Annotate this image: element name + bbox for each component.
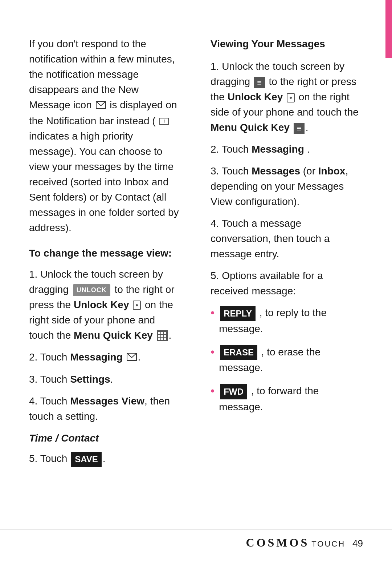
right-column: Viewing Your Messages 1. Unlock the touc… — [207, 36, 363, 472]
menu-quick-key-icon-left — [157, 330, 168, 341]
unlock-badge-left: UNLOCK — [73, 284, 110, 296]
right-step-4: 4. Touch a message conversation, then to… — [211, 216, 363, 262]
unlock-key-icon-right — [287, 93, 295, 102]
left-step-5: 5. Touch SAVE. — [29, 451, 181, 467]
main-content: If you don't respond to the notification… — [29, 36, 363, 472]
right-step-2: 2. Touch Messaging . — [211, 142, 363, 157]
fwd-btn-label: FWD — [220, 384, 247, 399]
bullet-dot-reply: • — [211, 304, 215, 321]
right-step-3: 3. Touch Messages (or Inbox, depending o… — [211, 164, 363, 209]
footer: cosmos TOUCH 49 — [0, 529, 392, 549]
page-number: 49 — [352, 538, 363, 549]
bullet-erase: • ERASE , to erase the message. — [211, 345, 363, 376]
right-steps-list: 1. Unlock the touch screen by dragging t… — [211, 59, 363, 299]
left-step-4: 4. Touch Messages View, then touch a set… — [29, 394, 181, 424]
reply-btn-label: REPLY — [220, 306, 256, 321]
options-bullet-list: • REPLY , to reply to the message. • ERA… — [211, 305, 363, 415]
brand-touch: TOUCH — [311, 539, 345, 549]
left-step-2: 2. Touch Messaging . — [29, 350, 181, 366]
save-button-label: SAVE — [71, 452, 102, 467]
left-step-3: 3. Touch Settings. — [29, 372, 181, 387]
left-step-1: 1. Unlock the touch screen by dragging U… — [29, 267, 181, 343]
left-column: If you don't respond to the notification… — [29, 36, 185, 472]
viewing-heading: Viewing Your Messages — [211, 36, 363, 52]
time-contact-label: Time / Contact — [29, 431, 181, 446]
drag-icon-right — [254, 77, 265, 88]
brand-cosmos: cosmos — [246, 536, 310, 549]
right-step-1: 1. Unlock the touch screen by dragging t… — [211, 59, 363, 135]
right-step-5: 5. Options available for a received mess… — [211, 268, 363, 299]
intro-paragraph: If you don't respond to the notification… — [29, 36, 181, 235]
page-container: If you don't respond to the notification… — [0, 0, 392, 564]
envelope-icon — [96, 98, 106, 113]
unlock-key-icon-left — [133, 301, 141, 310]
left-steps-list: 1. Unlock the touch screen by dragging U… — [29, 267, 181, 424]
accent-bar — [385, 0, 392, 58]
bullet-reply: • REPLY , to reply to the message. — [211, 305, 363, 337]
messaging-icon-left — [127, 350, 137, 365]
bullet-dot-erase: • — [211, 343, 215, 360]
menu-quick-key-icon-right — [294, 123, 305, 134]
footer-brand: cosmos TOUCH 49 — [246, 536, 363, 549]
erase-btn-label: ERASE — [220, 345, 257, 360]
notification-icon — [159, 118, 169, 125]
bullet-fwd: • FWD , to forward the message. — [211, 383, 363, 415]
change-view-heading: To change the message view: — [29, 246, 181, 261]
bullet-dot-fwd: • — [211, 382, 215, 399]
